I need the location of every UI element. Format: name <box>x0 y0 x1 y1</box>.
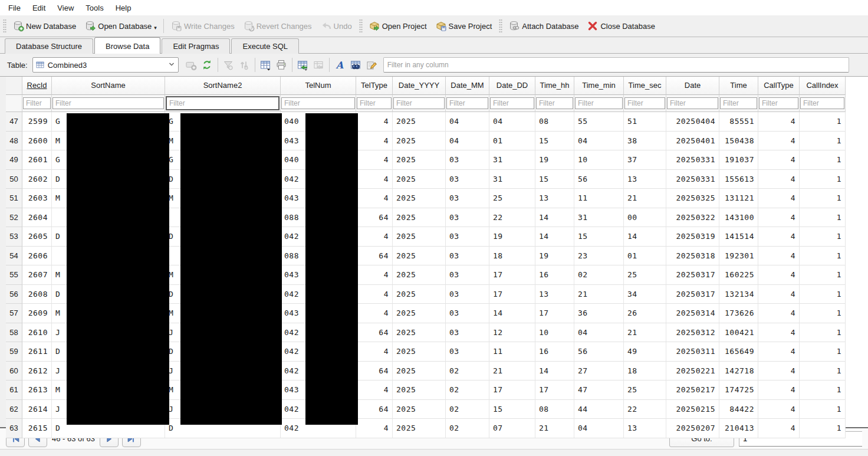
cell-teltype[interactable]: 4 <box>356 227 393 247</box>
column-filter-input-date-yyyy[interactable] <box>393 97 445 109</box>
cell-calltype[interactable]: 4 <box>758 285 800 304</box>
cell-time-hh[interactable]: 16 <box>535 342 574 362</box>
cell-time-sec[interactable]: 13 <box>624 170 666 189</box>
column-filter-input-callindex[interactable] <box>800 97 844 109</box>
cell-date[interactable]: 20250311 <box>666 342 719 362</box>
cell-callindex[interactable]: 1 <box>800 112 846 132</box>
cell-teltype[interactable]: 4 <box>356 285 393 304</box>
column-header-sortname[interactable]: SortName <box>52 77 165 95</box>
cell-teltype[interactable]: 4 <box>356 132 393 151</box>
cell-time-hh[interactable]: 08 <box>535 400 574 419</box>
cell-date[interactable]: 20250401 <box>666 132 719 151</box>
cell-date-dd[interactable]: 25 <box>489 189 535 208</box>
filter-any-column-input[interactable] <box>383 57 849 73</box>
cell-time[interactable]: 85551 <box>719 112 758 132</box>
cell-recid[interactable]: 2608 <box>22 285 52 304</box>
cell-date[interactable]: 20250215 <box>666 400 719 419</box>
column-header-date-dd[interactable]: Date_DD <box>489 77 535 95</box>
cell-time[interactable]: 150438 <box>719 132 758 151</box>
cell-time[interactable]: 173626 <box>719 304 758 323</box>
cell-callindex[interactable]: 1 <box>800 227 846 247</box>
cell-date-yyyy[interactable]: 2025 <box>393 400 446 419</box>
cell-time-sec[interactable]: 01 <box>624 247 666 266</box>
column-filter-input-time-hh[interactable] <box>536 97 573 109</box>
column-header-time-sec[interactable]: Time_sec <box>624 77 666 95</box>
column-header-time-hh[interactable]: Time_hh <box>535 77 574 95</box>
row-header-50[interactable]: 50 <box>6 170 22 189</box>
menu-edit[interactable]: Edit <box>27 1 51 15</box>
close-database-button[interactable]: Close Database <box>583 18 659 34</box>
column-header-calltype[interactable]: CallType <box>758 77 800 95</box>
row-header-63[interactable]: 63 <box>6 419 22 438</box>
cell-date-yyyy[interactable]: 2025 <box>393 419 446 438</box>
cell-time-min[interactable]: 31 <box>574 208 624 228</box>
column-filter-input-time[interactable] <box>720 97 757 109</box>
cell-time-sec[interactable]: 37 <box>624 150 666 170</box>
cell-date-yyyy[interactable]: 2025 <box>393 380 446 400</box>
cell-time-min[interactable]: 04 <box>574 132 624 151</box>
cell-date-mm[interactable]: 03 <box>446 227 489 247</box>
cell-time-min[interactable]: 36 <box>574 304 624 323</box>
cell-date-yyyy[interactable]: 2025 <box>393 208 446 228</box>
column-filter-input-date-dd[interactable] <box>490 97 534 109</box>
cell-date-mm[interactable]: 02 <box>446 400 489 419</box>
cell-date-mm[interactable]: 03 <box>446 304 489 323</box>
cell-time-sec[interactable]: 21 <box>624 323 666 343</box>
column-header-date-yyyy[interactable]: Date_YYYY <box>393 77 446 95</box>
cell-date[interactable]: 20250221 <box>666 362 719 381</box>
cell-calltype[interactable]: 4 <box>758 227 800 247</box>
open-database-button[interactable]: Open Database▾ <box>80 18 161 34</box>
cell-date-dd[interactable]: 14 <box>489 304 535 323</box>
cell-time-hh[interactable]: 13 <box>535 189 574 208</box>
menu-tools[interactable]: Tools <box>80 1 109 15</box>
cell-teltype[interactable]: 4 <box>356 150 393 170</box>
cell-date[interactable]: 20250319 <box>666 227 719 247</box>
cell-date-mm[interactable]: 03 <box>446 208 489 228</box>
cell-time[interactable]: 143100 <box>719 208 758 228</box>
cell-recid[interactable]: 2605 <box>22 227 52 247</box>
cell-recid[interactable]: 2599 <box>22 112 52 132</box>
cell-calltype[interactable]: 4 <box>758 323 800 343</box>
row-header-56[interactable]: 56 <box>6 285 22 304</box>
cell-time[interactable]: 131121 <box>719 189 758 208</box>
cell-date-yyyy[interactable]: 2025 <box>393 323 446 343</box>
cell-date-yyyy[interactable]: 2025 <box>393 285 446 304</box>
column-filter-input-date-mm[interactable] <box>446 97 488 109</box>
cell-time-sec[interactable]: 22 <box>624 400 666 419</box>
table-select-combobox[interactable]: Combined3 <box>32 57 179 73</box>
cell-date-yyyy[interactable]: 2025 <box>393 304 446 323</box>
cell-teltype[interactable]: 64 <box>356 400 393 419</box>
cell-callindex[interactable]: 1 <box>800 342 846 362</box>
cell-teltype[interactable]: 4 <box>356 380 393 400</box>
cell-time-min[interactable]: 10 <box>574 150 624 170</box>
cell-date[interactable]: 20250217 <box>666 380 719 400</box>
cell-calltype[interactable]: 4 <box>758 170 800 189</box>
cell-calltype[interactable]: 4 <box>758 380 800 400</box>
cell-date-dd[interactable]: 17 <box>489 265 535 285</box>
cell-teltype[interactable]: 4 <box>356 265 393 285</box>
cell-time-min[interactable]: 23 <box>574 247 624 266</box>
open-project-button[interactable]: Open Project <box>364 18 431 34</box>
cell-teltype[interactable]: 4 <box>356 112 393 132</box>
cell-time-min[interactable]: 56 <box>574 342 624 362</box>
tab-database-structure[interactable]: Database Structure <box>5 38 93 54</box>
row-header-62[interactable]: 62 <box>6 400 22 419</box>
cell-date[interactable]: 20250317 <box>666 285 719 304</box>
cell-recid[interactable]: 2602 <box>22 170 52 189</box>
cell-recid[interactable]: 2615 <box>22 419 52 438</box>
cell-time-hh[interactable]: 17 <box>535 304 574 323</box>
column-header-time[interactable]: Time <box>719 77 758 95</box>
column-filter-input-time-min[interactable] <box>575 97 623 109</box>
cell-calltype[interactable]: 4 <box>758 265 800 285</box>
cell-time-sec[interactable]: 25 <box>624 265 666 285</box>
cell-date-yyyy[interactable]: 2025 <box>393 132 446 151</box>
cell-teltype[interactable]: 64 <box>356 362 393 381</box>
cell-time-sec[interactable]: 49 <box>624 342 666 362</box>
cell-date[interactable]: 20250325 <box>666 189 719 208</box>
cell-time-min[interactable]: 56 <box>574 170 624 189</box>
column-header-callindex[interactable]: CallIndex <box>800 77 846 95</box>
cell-time[interactable]: 132134 <box>719 285 758 304</box>
cell-time[interactable]: 191037 <box>719 150 758 170</box>
cell-time-hh[interactable]: 14 <box>535 362 574 381</box>
row-header-55[interactable]: 55 <box>6 265 22 285</box>
